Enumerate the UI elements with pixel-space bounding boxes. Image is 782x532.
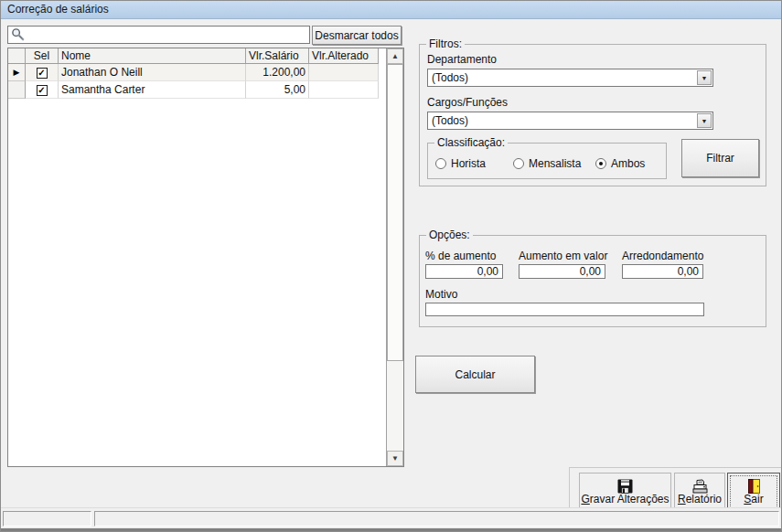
radio-mensalista[interactable]: Mensalista (513, 157, 581, 170)
window-title: Correção de salários (7, 3, 109, 16)
window-bottom-edge (1, 528, 781, 531)
current-row-indicator-icon: ▶ (8, 64, 26, 81)
radio-selected-icon[interactable] (595, 158, 606, 169)
grid-header: Sel Nome Vlr.Salário Vlr.Alterado (8, 48, 403, 64)
grid-header-salario: Vlr.Salário (246, 48, 309, 64)
print-icon (691, 479, 709, 494)
departamento-value: (Todos) (432, 69, 468, 86)
gravar-alteracoes-label: Gravar Alterações (581, 494, 669, 505)
table-row[interactable]: ▶ ✓ Jonathan O Neill 1.200,00 (8, 64, 403, 81)
table-row[interactable]: ✓ Samantha Carter 5,00 (8, 81, 403, 99)
grid-header-nome: Nome (59, 48, 246, 64)
salary-grid[interactable]: Sel Nome Vlr.Salário Vlr.Alterado ▶ ✓ Jo… (7, 48, 404, 467)
chevron-down-icon[interactable]: ▼ (697, 113, 712, 128)
app-window: Correção de salários Desmarcar todos Sel… (0, 0, 782, 532)
cell-alterado[interactable] (309, 81, 379, 99)
scrollbar-thumb[interactable] (387, 64, 403, 361)
calcular-button[interactable]: Calcular (415, 356, 535, 393)
aumento-valor-label: Aumento em valor (519, 250, 607, 262)
opcoes-groupbox: Opções: % de aumento Aumento em valor Ar… (419, 235, 766, 327)
cell-nome[interactable]: Jonathan O Neill (59, 64, 246, 81)
filtros-title: Filtros: (426, 37, 465, 50)
status-panel-right (94, 511, 779, 527)
radio-icon[interactable] (435, 158, 446, 169)
gravar-alteracoes-button[interactable]: Gravar Alterações (579, 473, 671, 511)
row-checkbox-checked[interactable]: ✓ (37, 68, 48, 79)
cell-alterado[interactable] (309, 64, 379, 81)
percentual-label: % de aumento (425, 250, 496, 262)
action-panel: Gravar Alterações Relatório (569, 467, 782, 511)
grid-header-indicator (8, 48, 26, 64)
search-input[interactable] (7, 26, 310, 44)
save-icon (617, 479, 633, 494)
row-checkbox-checked[interactable]: ✓ (37, 85, 48, 96)
cell-nome[interactable]: Samantha Carter (59, 81, 246, 99)
title-bar: Correção de salários (1, 1, 781, 19)
opcoes-title: Opções: (426, 229, 473, 241)
cargos-combobox[interactable]: (Todos) ▼ (427, 112, 713, 130)
status-panel-left (3, 511, 91, 527)
chevron-down-icon[interactable]: ▼ (697, 70, 712, 85)
radio-ambos[interactable]: Ambos (595, 157, 645, 170)
status-bar (1, 507, 781, 531)
grid-header-sel: Sel (26, 48, 59, 64)
deselect-all-button[interactable]: Desmarcar todos (312, 26, 402, 45)
grid-vertical-scrollbar[interactable]: ▲ ▼ (386, 48, 403, 466)
cell-salario[interactable]: 5,00 (246, 81, 309, 99)
percentual-input[interactable] (425, 264, 503, 279)
classificacao-groupbox: Classificação: Horista Mensalista Ambos (427, 143, 667, 179)
classificacao-title: Classificação: (434, 136, 508, 149)
motivo-input[interactable] (425, 303, 704, 316)
arredondamento-label: Arredondamento (622, 250, 703, 262)
relatorio-label: Relatório (678, 494, 722, 505)
arredondamento-input[interactable] (622, 264, 703, 279)
departamento-label: Departamento (427, 53, 497, 66)
sair-button[interactable]: Sair (727, 473, 780, 511)
search-icon (11, 27, 25, 41)
radio-horista[interactable]: Horista (435, 157, 486, 170)
relatorio-button[interactable]: Relatório (674, 473, 725, 511)
grid-header-alterado: Vlr.Alterado (309, 48, 379, 64)
motivo-label: Motivo (425, 288, 457, 301)
sair-label: Sair (744, 494, 763, 505)
exit-door-icon (748, 479, 760, 494)
radio-mensalista-label: Mensalista (529, 157, 581, 170)
radio-ambos-label: Ambos (611, 157, 645, 170)
scroll-up-icon[interactable]: ▲ (387, 48, 403, 64)
row-select-cell[interactable]: ✓ (26, 81, 59, 99)
radio-icon[interactable] (513, 158, 524, 169)
cargos-value: (Todos) (432, 112, 468, 129)
row-indicator-cell (8, 81, 26, 99)
cargos-label: Cargos/Funções (427, 96, 508, 109)
radio-horista-label: Horista (451, 157, 486, 170)
cell-salario[interactable]: 1.200,00 (246, 64, 309, 81)
departamento-combobox[interactable]: (Todos) ▼ (427, 69, 713, 87)
row-select-cell[interactable]: ✓ (26, 64, 59, 81)
scroll-down-icon[interactable]: ▼ (387, 451, 403, 466)
aumento-valor-input[interactable] (519, 264, 605, 279)
filtrar-button[interactable]: Filtrar (681, 139, 759, 177)
